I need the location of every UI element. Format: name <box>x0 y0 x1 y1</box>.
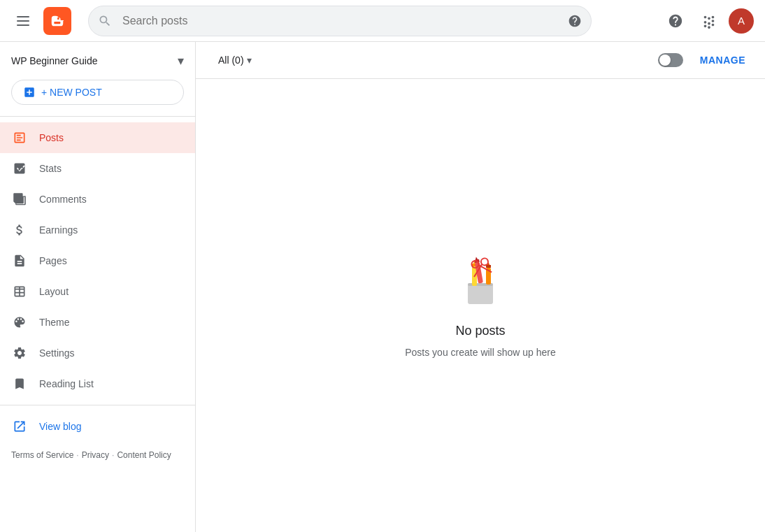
help-icon[interactable] <box>568 14 582 28</box>
sidebar-item-pages[interactable]: Pages <box>0 245 195 276</box>
hamburger-line-1 <box>17 16 29 17</box>
empty-title: No posts <box>455 324 505 338</box>
sidebar-item-layout[interactable]: Layout <box>0 276 195 307</box>
manage-button[interactable]: MANAGE <box>694 50 751 70</box>
sidebar-item-layout-label: Layout <box>39 286 69 297</box>
sidebar-item-theme[interactable]: Theme <box>0 307 195 338</box>
comments-icon <box>11 191 28 208</box>
sidebar-item-earnings-label: Earnings <box>39 224 78 236</box>
main-layout: WP Beginner Guide ▾ + NEW POST Posts <box>0 42 765 532</box>
privacy-link[interactable]: Privacy <box>82 450 109 460</box>
external-link-icon <box>11 418 28 435</box>
sidebar-footer: Terms of Service · Privacy · Content Pol… <box>0 442 195 468</box>
header-left <box>11 7 71 35</box>
sidebar-item-posts[interactable]: Posts <box>0 122 195 153</box>
search-input[interactable] <box>88 6 592 36</box>
view-blog-label: View blog <box>39 421 81 432</box>
sidebar-divider-top <box>0 116 195 117</box>
sidebar-item-posts-label: Posts <box>39 132 64 143</box>
sidebar-item-theme-label: Theme <box>39 317 70 328</box>
sidebar-item-comments-label: Comments <box>39 194 87 205</box>
reading-list-icon <box>11 375 28 392</box>
app-header: A <box>0 0 765 42</box>
filter-label: All (0) <box>218 55 244 66</box>
sidebar-item-settings[interactable]: Settings <box>0 338 195 368</box>
theme-icon <box>11 314 28 331</box>
new-post-label: + NEW POST <box>41 87 102 98</box>
question-button[interactable] <box>662 7 689 35</box>
view-toggle[interactable] <box>658 53 683 67</box>
hamburger-line-3 <box>17 24 29 26</box>
sidebar-item-reading-list-label: Reading List <box>39 378 94 389</box>
sidebar-item-reading-list[interactable]: Reading List <box>0 368 195 399</box>
terms-link[interactable]: Terms of Service <box>11 450 73 460</box>
empty-illustration <box>452 254 508 310</box>
svg-rect-10 <box>486 265 491 268</box>
search-bar <box>88 6 592 36</box>
apps-button[interactable] <box>695 7 723 35</box>
blog-selector[interactable]: WP Beginner Guide ▾ <box>0 42 195 74</box>
header-right: A <box>662 7 754 35</box>
pages-icon <box>11 252 28 269</box>
view-blog-link[interactable]: View blog <box>0 411 195 442</box>
footer-sep-2: · <box>112 450 114 460</box>
posts-icon <box>11 129 28 146</box>
new-post-button[interactable]: + NEW POST <box>11 80 184 105</box>
blog-name: WP Beginner Guide <box>11 55 97 66</box>
avatar-button[interactable]: A <box>729 8 754 34</box>
hamburger-button[interactable] <box>11 10 35 31</box>
sidebar-item-pages-label: Pages <box>39 255 67 266</box>
sidebar-item-earnings[interactable]: Earnings <box>0 215 195 245</box>
stats-icon <box>11 160 28 177</box>
footer-sep-1: · <box>76 450 78 460</box>
blogger-logo <box>43 7 71 35</box>
content-toolbar: All (0) ▾ MANAGE <box>196 42 765 79</box>
sidebar-divider-bottom <box>0 405 195 405</box>
sidebar-item-stats-label: Stats <box>39 163 62 174</box>
main-content: All (0) ▾ MANAGE <box>196 42 765 532</box>
search-icon <box>98 14 112 28</box>
sidebar-item-settings-label: Settings <box>39 347 75 359</box>
empty-state: No posts Posts you create will show up h… <box>196 79 765 532</box>
empty-state-illustration <box>452 254 508 310</box>
sidebar-item-comments[interactable]: Comments <box>0 184 195 215</box>
settings-icon <box>11 345 28 361</box>
sidebar: WP Beginner Guide ▾ + NEW POST Posts <box>0 42 196 532</box>
sidebar-item-stats[interactable]: Stats <box>0 153 195 184</box>
hamburger-line-2 <box>17 20 29 22</box>
filter-arrow-icon: ▾ <box>247 55 252 66</box>
content-policy-link[interactable]: Content Policy <box>117 450 171 460</box>
earnings-icon <box>11 222 28 238</box>
chevron-down-icon: ▾ <box>178 53 184 69</box>
empty-subtitle: Posts you create will show up here <box>405 347 556 358</box>
layout-icon <box>11 283 28 300</box>
filter-dropdown[interactable]: All (0) ▾ <box>210 50 260 70</box>
svg-rect-0 <box>468 283 493 304</box>
